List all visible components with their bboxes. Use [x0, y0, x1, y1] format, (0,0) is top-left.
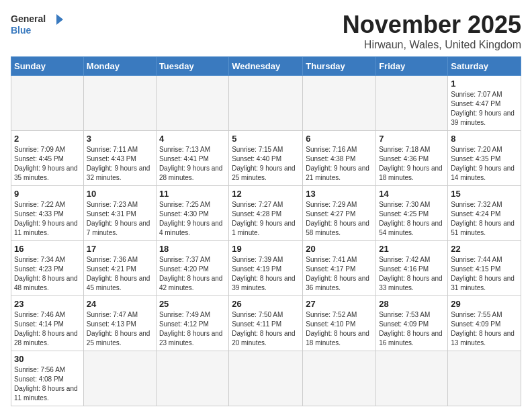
day-info: Sunrise: 7:36 AM Sunset: 4:21 PM Dayligh…	[87, 255, 153, 293]
day-number: 16	[14, 244, 81, 254]
day-cell	[376, 351, 448, 406]
day-cell: 27Sunrise: 7:52 AM Sunset: 4:10 PM Dayli…	[303, 296, 376, 351]
day-info: Sunrise: 7:37 AM Sunset: 4:20 PM Dayligh…	[159, 255, 226, 293]
day-info: Sunrise: 7:53 AM Sunset: 4:09 PM Dayligh…	[379, 310, 445, 348]
day-cell: 4Sunrise: 7:13 AM Sunset: 4:41 PM Daylig…	[156, 131, 228, 186]
day-info: Sunrise: 7:39 AM Sunset: 4:19 PM Dayligh…	[232, 255, 300, 293]
day-number: 27	[306, 299, 373, 309]
day-info: Sunrise: 7:50 AM Sunset: 4:11 PM Dayligh…	[232, 310, 300, 348]
day-info: Sunrise: 7:16 AM Sunset: 4:38 PM Dayligh…	[306, 145, 373, 183]
day-cell	[448, 351, 521, 406]
day-cell	[303, 351, 376, 406]
day-cell	[83, 351, 156, 406]
day-info: Sunrise: 7:18 AM Sunset: 4:36 PM Dayligh…	[379, 145, 445, 183]
day-info: Sunrise: 7:41 AM Sunset: 4:17 PM Dayligh…	[306, 255, 373, 293]
day-cell	[83, 76, 156, 131]
day-cell: 3Sunrise: 7:11 AM Sunset: 4:43 PM Daylig…	[83, 131, 156, 186]
day-cell: 8Sunrise: 7:20 AM Sunset: 4:35 PM Daylig…	[448, 131, 521, 186]
day-cell: 25Sunrise: 7:49 AM Sunset: 4:12 PM Dayli…	[156, 296, 228, 351]
day-number: 12	[232, 189, 300, 199]
week-row-4: 16Sunrise: 7:34 AM Sunset: 4:23 PM Dayli…	[11, 241, 521, 296]
day-number: 26	[232, 299, 300, 309]
day-number: 1	[451, 79, 518, 89]
day-number: 24	[87, 299, 153, 309]
svg-text:General: General	[11, 13, 46, 24]
day-info: Sunrise: 7:49 AM Sunset: 4:12 PM Dayligh…	[159, 310, 226, 348]
day-number: 18	[159, 244, 226, 254]
day-info: Sunrise: 7:46 AM Sunset: 4:14 PM Dayligh…	[14, 310, 81, 348]
day-cell: 18Sunrise: 7:37 AM Sunset: 4:20 PM Dayli…	[156, 241, 228, 296]
calendar-table: SundayMondayTuesdayWednesdayThursdayFrid…	[11, 56, 521, 406]
logo: General Blue	[11, 11, 64, 38]
day-cell: 11Sunrise: 7:25 AM Sunset: 4:30 PM Dayli…	[156, 186, 228, 241]
day-cell: 22Sunrise: 7:44 AM Sunset: 4:15 PM Dayli…	[448, 241, 521, 296]
day-number: 20	[306, 244, 373, 254]
day-number: 10	[87, 189, 153, 199]
weekday-header-saturday: Saturday	[448, 57, 521, 76]
title-section: November 2025 Hirwaun, Wales, United Kin…	[343, 11, 521, 51]
day-number: 6	[306, 134, 373, 144]
day-cell	[11, 76, 84, 131]
day-info: Sunrise: 7:22 AM Sunset: 4:33 PM Dayligh…	[14, 200, 81, 238]
day-number: 22	[451, 244, 518, 254]
day-number: 11	[159, 189, 226, 199]
day-info: Sunrise: 7:34 AM Sunset: 4:23 PM Dayligh…	[14, 255, 81, 293]
day-cell	[156, 76, 228, 131]
day-cell: 21Sunrise: 7:42 AM Sunset: 4:16 PM Dayli…	[376, 241, 448, 296]
svg-text:Blue: Blue	[11, 25, 32, 36]
weekday-header-friday: Friday	[376, 57, 448, 76]
day-info: Sunrise: 7:47 AM Sunset: 4:13 PM Dayligh…	[87, 310, 153, 348]
day-cell: 16Sunrise: 7:34 AM Sunset: 4:23 PM Dayli…	[11, 241, 84, 296]
logo-svg: General Blue	[11, 11, 64, 38]
day-cell: 23Sunrise: 7:46 AM Sunset: 4:14 PM Dayli…	[11, 296, 84, 351]
week-row-1: 1Sunrise: 7:07 AM Sunset: 4:47 PM Daylig…	[11, 76, 521, 131]
day-cell	[229, 76, 303, 131]
day-cell: 2Sunrise: 7:09 AM Sunset: 4:45 PM Daylig…	[11, 131, 84, 186]
day-cell: 10Sunrise: 7:23 AM Sunset: 4:31 PM Dayli…	[83, 186, 156, 241]
day-cell	[376, 76, 448, 131]
day-number: 29	[451, 299, 518, 309]
month-title: November 2025	[343, 11, 521, 39]
page-header: General Blue November 2025 Hirwaun, Wale…	[11, 11, 521, 51]
weekday-header-thursday: Thursday	[303, 57, 376, 76]
day-number: 2	[14, 134, 81, 144]
week-row-6: 30Sunrise: 7:56 AM Sunset: 4:08 PM Dayli…	[11, 351, 521, 406]
day-number: 25	[159, 299, 226, 309]
day-number: 14	[379, 189, 445, 199]
day-info: Sunrise: 7:09 AM Sunset: 4:45 PM Dayligh…	[14, 145, 81, 183]
day-cell	[229, 351, 303, 406]
day-cell: 17Sunrise: 7:36 AM Sunset: 4:21 PM Dayli…	[83, 241, 156, 296]
day-number: 8	[451, 134, 518, 144]
day-cell: 19Sunrise: 7:39 AM Sunset: 4:19 PM Dayli…	[229, 241, 303, 296]
day-number: 7	[379, 134, 445, 144]
day-cell: 13Sunrise: 7:29 AM Sunset: 4:27 PM Dayli…	[303, 186, 376, 241]
day-info: Sunrise: 7:11 AM Sunset: 4:43 PM Dayligh…	[87, 145, 153, 183]
day-cell: 7Sunrise: 7:18 AM Sunset: 4:36 PM Daylig…	[376, 131, 448, 186]
day-info: Sunrise: 7:52 AM Sunset: 4:10 PM Dayligh…	[306, 310, 373, 348]
weekday-header-sunday: Sunday	[11, 57, 84, 76]
day-info: Sunrise: 7:55 AM Sunset: 4:09 PM Dayligh…	[451, 310, 518, 348]
day-cell: 5Sunrise: 7:15 AM Sunset: 4:40 PM Daylig…	[229, 131, 303, 186]
day-cell: 29Sunrise: 7:55 AM Sunset: 4:09 PM Dayli…	[448, 296, 521, 351]
day-cell	[156, 351, 228, 406]
week-row-3: 9Sunrise: 7:22 AM Sunset: 4:33 PM Daylig…	[11, 186, 521, 241]
day-info: Sunrise: 7:07 AM Sunset: 4:47 PM Dayligh…	[451, 90, 518, 128]
day-cell: 14Sunrise: 7:30 AM Sunset: 4:25 PM Dayli…	[376, 186, 448, 241]
day-number: 23	[14, 299, 81, 309]
svg-marker-2	[56, 14, 63, 25]
day-info: Sunrise: 7:15 AM Sunset: 4:40 PM Dayligh…	[232, 145, 300, 183]
day-number: 28	[379, 299, 445, 309]
day-number: 21	[379, 244, 445, 254]
day-number: 9	[14, 189, 81, 199]
day-cell: 26Sunrise: 7:50 AM Sunset: 4:11 PM Dayli…	[229, 296, 303, 351]
day-info: Sunrise: 7:29 AM Sunset: 4:27 PM Dayligh…	[306, 200, 373, 238]
weekday-header-monday: Monday	[83, 57, 156, 76]
day-number: 15	[451, 189, 518, 199]
day-cell: 6Sunrise: 7:16 AM Sunset: 4:38 PM Daylig…	[303, 131, 376, 186]
location-subtitle: Hirwaun, Wales, United Kingdom	[343, 39, 521, 51]
day-info: Sunrise: 7:56 AM Sunset: 4:08 PM Dayligh…	[14, 365, 81, 403]
day-cell: 20Sunrise: 7:41 AM Sunset: 4:17 PM Dayli…	[303, 241, 376, 296]
day-info: Sunrise: 7:25 AM Sunset: 4:30 PM Dayligh…	[159, 200, 226, 238]
day-cell	[303, 76, 376, 131]
day-number: 17	[87, 244, 153, 254]
